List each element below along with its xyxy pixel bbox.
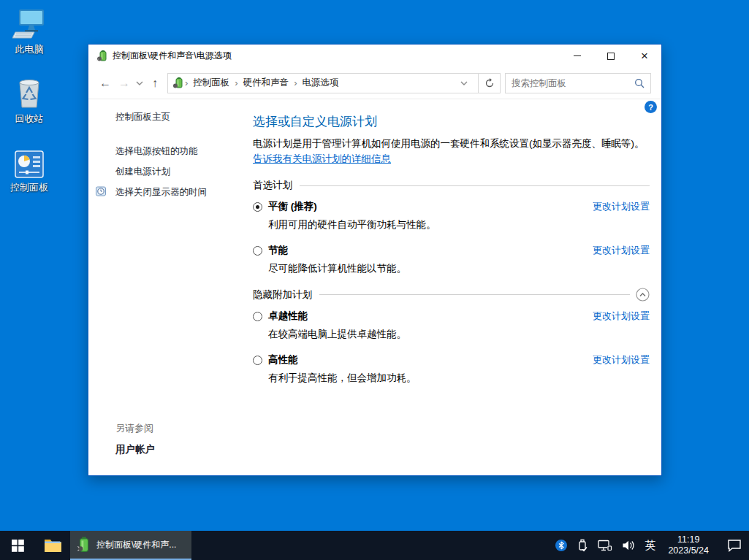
section-divider (319, 294, 630, 295)
section-preferred-plans: 首选计划 (253, 179, 650, 192)
desktop-icon-label: 此电脑 (1, 43, 57, 56)
breadcrumb-power-options[interactable]: 电源选项 (298, 77, 343, 89)
close-icon: × (641, 50, 648, 62)
desktop-icon-label: 控制面板 (1, 181, 57, 194)
learn-more-link[interactable]: 告诉我有关电源计划的详细信息 (253, 153, 391, 164)
bluetooth-icon (555, 540, 567, 551)
user-accounts-link[interactable]: 用户帐户 (115, 443, 155, 456)
volume-tray-button[interactable] (622, 540, 635, 551)
change-plan-settings-link-high[interactable]: 更改计划设置 (593, 353, 650, 367)
plan-description: 尽可能降低计算机性能以节能。 (268, 262, 650, 275)
section-hidden-plans: 隐藏附加计划 (253, 288, 650, 302)
taskbar-app-label: 控制面板\硬件和声... (96, 539, 176, 551)
back-button[interactable]: ← (96, 74, 115, 93)
see-also-section: 另请参阅 用户帐户 (115, 422, 155, 456)
collapse-section-button[interactable] (636, 288, 650, 302)
control-panel-icon (13, 150, 45, 179)
sidebar-item-label: 选择电源按钮的功能 (115, 145, 198, 158)
speaker-icon (622, 540, 635, 551)
intro-text: 电源计划是用于管理计算机如何使用电源的一套硬件和系统设置(如显示器亮度、睡眠等)… (253, 136, 650, 166)
plan-name: 平衡 (推荐) (268, 200, 317, 213)
plan-description: 有利于提高性能，但会增加功耗。 (268, 372, 650, 385)
sidebar-item-power-buttons[interactable]: 选择电源按钮的功能 (115, 145, 253, 158)
forward-button[interactable]: → (115, 74, 134, 93)
desktop-icon-recycle-bin[interactable]: 回收站 (1, 75, 57, 126)
usb-tray-button[interactable] (577, 539, 588, 552)
maximize-button[interactable] (594, 45, 628, 67)
minimize-button[interactable] (560, 45, 594, 67)
input-language-indicator[interactable]: 英 (645, 539, 655, 553)
radio-ultimate-performance[interactable] (253, 312, 262, 321)
plan-name: 节能 (268, 244, 288, 257)
desktop-icon-this-pc[interactable]: 此电脑 (1, 7, 57, 56)
section-label: 隐藏附加计划 (253, 288, 312, 302)
section-divider (300, 185, 650, 186)
section-label: 首选计划 (253, 179, 292, 192)
breadcrumb-control-panel[interactable]: 控制面板 (189, 77, 234, 89)
taskbar: 控制面板\硬件和声... (0, 531, 749, 560)
plan-name: 高性能 (268, 353, 298, 367)
action-center-button[interactable] (727, 539, 742, 552)
sidebar-item-control-panel-home[interactable]: 控制面板主页 (115, 111, 253, 123)
power-options-icon (77, 537, 91, 553)
search-box (505, 73, 651, 93)
bluetooth-tray-button[interactable] (555, 540, 567, 551)
power-options-icon (96, 50, 108, 62)
plan-description: 利用可用的硬件自动平衡功耗与性能。 (268, 218, 650, 231)
address-bar-group: › 控制面板 › 硬件和声音 › 电源选项 (167, 73, 501, 93)
maximize-icon (607, 53, 615, 60)
forward-icon: → (118, 77, 130, 90)
notification-icon (727, 539, 742, 552)
tray-date: 2023/5/24 (668, 545, 709, 556)
refresh-icon (484, 78, 495, 88)
network-icon (598, 540, 612, 551)
sidebar-item-display-timeout[interactable]: 选择关闭显示器的时间 (115, 186, 253, 199)
sidebar-item-label: 创建电源计划 (115, 166, 170, 178)
title-bar: 控制面板\硬件和声音\电源选项 × (88, 45, 661, 67)
change-plan-settings-link-ultimate[interactable]: 更改计划设置 (593, 310, 650, 323)
recent-pages-button[interactable] (134, 74, 145, 93)
radio-balanced[interactable] (253, 202, 262, 212)
this-pc-icon (12, 7, 46, 41)
address-bar[interactable]: › 控制面板 › 硬件和声音 › 电源选项 (168, 74, 478, 93)
chevron-up-circle-icon (636, 288, 650, 302)
up-button[interactable]: ↑ (145, 74, 164, 93)
windows-logo-icon (12, 540, 24, 552)
address-dropdown-button[interactable] (455, 81, 474, 85)
network-tray-button[interactable] (598, 540, 612, 551)
file-explorer-icon (44, 538, 62, 553)
close-button[interactable]: × (628, 45, 661, 67)
clock-tray-button[interactable]: 11:19 2023/5/24 (668, 534, 709, 556)
breadcrumb-hardware-sound[interactable]: 硬件和声音 (239, 77, 294, 89)
power-options-icon (172, 77, 184, 89)
sidebar-item-label: 选择关闭显示器的时间 (115, 186, 207, 199)
file-explorer-button[interactable] (35, 531, 70, 560)
window-title: 控制面板\硬件和声音\电源选项 (113, 50, 560, 62)
chevron-down-icon (460, 81, 468, 85)
power-options-window: 控制面板\硬件和声音\电源选项 × ← → ↑ › 控制面板 › (88, 44, 662, 476)
radio-power-saver[interactable] (253, 246, 262, 256)
plan-power-saver: 节能 更改计划设置 尽可能降低计算机性能以节能。 (253, 244, 650, 275)
see-also-heading: 另请参阅 (115, 422, 155, 435)
search-input[interactable] (512, 78, 634, 88)
minimize-icon (574, 55, 581, 56)
back-icon: ← (99, 77, 111, 90)
window-content: ? 控制面板主页 选择电源按钮的功能 创建电源计划 选择关闭显示 (88, 99, 661, 475)
display-timeout-clock-icon (96, 185, 107, 199)
system-tray: 英 11:19 2023/5/24 (555, 531, 749, 560)
chevron-down-icon (136, 81, 143, 85)
radio-high-performance[interactable] (253, 356, 262, 365)
main-pane: 选择或自定义电源计划 电源计划是用于管理计算机如何使用电源的一套硬件和系统设置(… (253, 99, 650, 475)
refresh-button[interactable] (478, 74, 500, 93)
start-button[interactable] (0, 531, 35, 560)
desktop-icon-control-panel[interactable]: 控制面板 (1, 150, 57, 194)
search-icon[interactable] (634, 78, 645, 88)
desktop-icon-label: 回收站 (1, 112, 57, 126)
sidebar-item-create-plan[interactable]: 创建电源计划 (115, 166, 253, 178)
usb-device-icon (577, 539, 588, 552)
change-plan-settings-link-balanced[interactable]: 更改计划设置 (593, 200, 650, 213)
plan-balanced: 平衡 (推荐) 更改计划设置 利用可用的硬件自动平衡功耗与性能。 (253, 200, 650, 231)
recycle-bin-icon (12, 75, 46, 110)
change-plan-settings-link-power-saver[interactable]: 更改计划设置 (593, 244, 650, 257)
taskbar-app-power-options[interactable]: 控制面板\硬件和声... (70, 531, 191, 560)
